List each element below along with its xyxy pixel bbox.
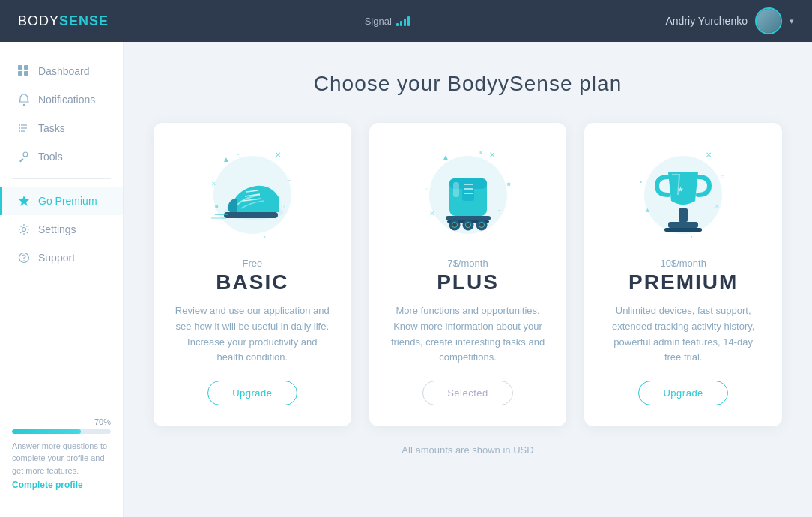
sidebar-item-go-premium[interactable]: Go Premium xyxy=(0,187,123,215)
svg-point-8 xyxy=(19,124,20,126)
sidebar-label-tasks: Tasks xyxy=(38,122,65,134)
sidebar-label-notifications: Notifications xyxy=(38,94,95,106)
svg-text:✕: ✕ xyxy=(715,203,720,210)
sidebar-nav: Dashboard Notifications Tasks Tools xyxy=(0,57,123,405)
svg-rect-62 xyxy=(679,208,688,222)
usd-note: All amounts are shown in USD xyxy=(402,444,533,456)
dashboard-icon xyxy=(17,64,31,78)
svg-text:▲: ▲ xyxy=(442,153,449,161)
sidebar-bottom: 70% Answer more questions to complete yo… xyxy=(0,405,123,503)
svg-text:□: □ xyxy=(655,155,658,162)
profile-hint: Answer more questions to complete your p… xyxy=(12,440,111,477)
sidebar-item-dashboard[interactable]: Dashboard xyxy=(0,57,123,85)
svg-text:○: ○ xyxy=(721,173,724,180)
svg-point-14 xyxy=(23,260,25,261)
svg-text:○: ○ xyxy=(425,184,428,191)
svg-point-12 xyxy=(22,228,26,232)
main-content: Choose your BodyySense plan ▲ ✕ ✕ • ■ ○ xyxy=(124,42,812,517)
svg-text:★: ★ xyxy=(677,185,684,193)
svg-text:✕: ✕ xyxy=(706,151,712,159)
main-layout: Dashboard Notifications Tasks Tools xyxy=(0,42,812,517)
svg-marker-11 xyxy=(19,196,29,206)
basic-upgrade-button[interactable]: Upgrade xyxy=(207,381,297,405)
svg-point-53 xyxy=(479,223,484,228)
plus-name: PLUS xyxy=(437,270,499,294)
svg-rect-63 xyxy=(668,222,698,228)
sidebar-item-support[interactable]: Support xyxy=(0,244,123,272)
svg-text:•: • xyxy=(237,151,240,157)
svg-text:✕: ✕ xyxy=(489,151,495,159)
sidebar-divider xyxy=(12,178,111,179)
svg-point-51 xyxy=(465,223,470,228)
bar3 xyxy=(404,19,406,26)
plus-illustration: ▲ ✕ ○ ■ ✕ • ■ xyxy=(408,141,528,246)
plan-card-premium: □ ✕ • ○ ▲ ✕ • xyxy=(584,123,782,426)
avatar xyxy=(755,7,782,34)
sidebar: Dashboard Notifications Tasks Tools xyxy=(0,42,124,517)
svg-rect-64 xyxy=(664,228,702,232)
plus-price: 7$/month xyxy=(447,258,488,269)
svg-text:✕: ✕ xyxy=(211,181,216,187)
svg-point-9 xyxy=(19,127,20,129)
header: BODYSENSE Signal Andriy Yurchenko ▾ xyxy=(0,0,812,42)
premium-upgrade-button[interactable]: Upgrade xyxy=(638,381,727,405)
bar4 xyxy=(407,16,410,26)
user-menu[interactable]: Andriy Yurchenko ▾ xyxy=(666,7,794,34)
premium-name: PREMIUM xyxy=(628,270,738,294)
svg-text:○: ○ xyxy=(281,202,285,210)
sidebar-item-settings[interactable]: Settings xyxy=(0,215,123,244)
svg-rect-2 xyxy=(24,65,28,70)
sidebar-label-dashboard: Dashboard xyxy=(38,65,90,77)
app-logo: BODYSENSE xyxy=(18,13,109,29)
svg-text:•: • xyxy=(691,234,693,239)
chevron-down-icon: ▾ xyxy=(790,16,794,26)
tools-icon xyxy=(17,150,31,163)
progress-bar-background xyxy=(12,429,111,434)
premium-description: Unlimited devices, fast support, extende… xyxy=(605,303,761,366)
basic-illustration: ▲ ✕ ✕ • ■ ○ • • xyxy=(193,141,312,246)
svg-rect-41 xyxy=(453,182,459,197)
sidebar-item-tools[interactable]: Tools xyxy=(0,142,123,171)
sidebar-item-tasks[interactable]: Tasks xyxy=(0,114,123,142)
sidebar-label-go-premium: Go Premium xyxy=(38,195,97,207)
svg-text:•: • xyxy=(264,233,266,240)
progress-label: 70% xyxy=(12,417,111,426)
svg-rect-25 xyxy=(224,212,278,218)
basic-description: Review and use our application and see h… xyxy=(175,303,330,366)
sidebar-item-notifications[interactable]: Notifications xyxy=(0,85,123,114)
svg-text:✕: ✕ xyxy=(429,210,435,217)
svg-rect-42 xyxy=(462,180,474,201)
logo-body: BODY xyxy=(18,13,59,29)
logo-sense: SENSE xyxy=(59,13,109,29)
user-name: Andriy Yurchenko xyxy=(666,15,748,27)
settings-icon xyxy=(17,223,31,236)
svg-text:•: • xyxy=(640,178,642,186)
svg-text:■: ■ xyxy=(507,181,511,187)
premium-icon xyxy=(17,194,31,208)
page-title: Choose your BodyySense plan xyxy=(314,72,622,96)
svg-text:▲: ▲ xyxy=(644,206,651,214)
svg-text:▲: ▲ xyxy=(222,155,230,163)
support-icon xyxy=(17,251,31,264)
svg-text:■: ■ xyxy=(215,203,219,210)
svg-rect-0 xyxy=(18,65,22,70)
premium-price: 10$/month xyxy=(660,258,706,269)
progress-bar-fill xyxy=(12,429,81,434)
svg-point-49 xyxy=(452,223,457,228)
notifications-icon xyxy=(17,93,31,106)
svg-text:■: ■ xyxy=(479,150,482,155)
bar2 xyxy=(400,21,402,26)
basic-price: Free xyxy=(242,258,262,269)
svg-point-10 xyxy=(19,130,20,132)
plus-selected-button: Selected xyxy=(422,381,513,405)
premium-illustration: □ ✕ • ○ ▲ ✕ • xyxy=(623,141,743,246)
signal-area: Signal xyxy=(365,16,410,27)
complete-profile-link[interactable]: Complete profile xyxy=(12,480,111,490)
signal-bars-icon xyxy=(396,16,410,26)
sidebar-label-settings: Settings xyxy=(38,223,76,235)
svg-text:✕: ✕ xyxy=(275,151,281,159)
plan-card-basic: ▲ ✕ ✕ • ■ ○ • • xyxy=(154,123,351,426)
plus-description: More functions and opportunities. Know m… xyxy=(390,303,546,366)
svg-rect-1 xyxy=(18,71,22,76)
signal-label: Signal xyxy=(365,16,392,27)
